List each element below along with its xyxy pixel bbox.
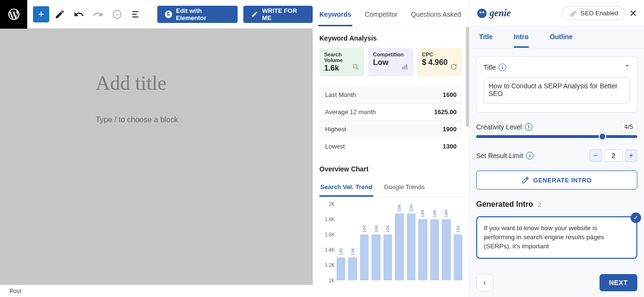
info-icon[interactable]: i (525, 123, 533, 131)
svg-rect-5 (132, 16, 139, 17)
metric-cpc: CPC $ 4.960 (417, 48, 462, 76)
tab-outline[interactable]: Outline (550, 27, 573, 48)
redo-icon (89, 6, 107, 23)
svg-rect-9 (404, 65, 405, 69)
stat-row: Last Month1600 (319, 86, 462, 103)
chart-bar: 18K (418, 204, 427, 280)
chart-bar: 13K (337, 204, 345, 280)
stats-table: Last Month1600 Average 12 month1625.00 H… (319, 86, 462, 155)
post-type-label: Post (10, 288, 21, 295)
info-icon (109, 6, 126, 23)
seo-status-pill[interactable]: 🪽 SEO Enabled (562, 6, 625, 20)
search-volume-chart: 2K 1.8K 1.6K 1.4K 1.2K 1K 13K13K16K16K16… (319, 204, 462, 280)
svg-rect-4 (132, 14, 137, 15)
tab-competitor[interactable]: Competitor (364, 4, 398, 26)
genie-logo: genie (476, 8, 511, 19)
close-icon[interactable]: ✕ (629, 8, 637, 19)
metric-label: CPC (422, 52, 458, 57)
bars-icon (401, 63, 409, 73)
block-placeholder[interactable]: Type / to choose a block (96, 116, 217, 124)
result-limit-input[interactable] (604, 149, 623, 162)
chart-bar: 16K (383, 204, 392, 280)
svg-line-7 (357, 68, 359, 70)
write-for-me-button[interactable]: WRITE FOR ME (243, 6, 313, 23)
refresh-icon (450, 63, 458, 73)
chart-bar: 16K (454, 204, 462, 280)
chevron-up-icon[interactable]: ⌃ (624, 64, 630, 71)
decrement-button[interactable]: − (589, 149, 602, 162)
next-button[interactable]: NEXT (600, 274, 637, 291)
pencil-icon (522, 176, 529, 184)
intro-result-card[interactable]: ✓ If you want to know how your website i… (476, 216, 637, 259)
tab-google-trends[interactable]: Google Trends (383, 179, 426, 197)
keyword-analysis-heading: Keyword Analysis (319, 34, 462, 42)
elementor-icon: E (165, 11, 172, 18)
genie-tabs: Title Intro Outline (469, 27, 644, 49)
check-icon: ✓ (631, 212, 641, 223)
title-card: Title i ⌃ (476, 56, 637, 113)
add-block-button[interactable]: + (33, 6, 49, 22)
svg-rect-10 (406, 64, 407, 70)
info-icon[interactable]: i (499, 64, 506, 71)
chart-bar: 18K (430, 204, 439, 280)
generated-count: 2 (538, 201, 541, 208)
chart-bar: 18K (442, 204, 450, 280)
metric-label: Search Volume (324, 52, 360, 63)
result-limit-label: Set Result Limit (476, 152, 523, 159)
brand-text: genie (490, 8, 511, 19)
editor-topbar: + E Edit with Elementor WRITE FOR ME (0, 0, 313, 29)
back-button[interactable]: ‹ (476, 274, 493, 291)
creativity-slider[interactable] (476, 135, 637, 138)
scrollbar[interactable] (466, 27, 469, 127)
wordpress-logo[interactable] (0, 0, 27, 29)
editor-canvas: Add title Type / to choose a block (0, 29, 313, 285)
genie-mascot-icon (476, 8, 488, 19)
chart-bar: 19K (395, 204, 404, 280)
genie-header: genie 🪽 SEO Enabled ✕ (469, 0, 644, 27)
slider-thumb[interactable] (599, 133, 606, 140)
edit-elementor-button[interactable]: E Edit with Elementor (157, 6, 238, 23)
chart-bar: 19K (407, 204, 415, 280)
tab-intro[interactable]: Intro (514, 27, 529, 48)
stat-row: Highest1900 (319, 120, 462, 138)
intro-text: If you want to know how your website is … (484, 224, 604, 250)
undo-icon[interactable] (70, 6, 87, 23)
metric-search-volume: Search Volume 1.6k (319, 48, 364, 76)
chart-bar: 16K (371, 204, 380, 280)
title-label: Title (483, 64, 496, 71)
tab-questions[interactable]: Questions Asked (410, 4, 462, 26)
svg-point-13 (482, 11, 484, 13)
overview-heading: Overview Chart (319, 165, 462, 173)
wing-icon: 🪽 (569, 10, 577, 17)
keyword-tabs: Keywords Competitor Questions Asked (313, 0, 469, 27)
title-textarea[interactable] (483, 77, 630, 104)
svg-point-6 (353, 64, 357, 68)
stat-row: Lowest1300 (319, 138, 462, 155)
edit-elementor-label: Edit with Elementor (176, 7, 230, 21)
svg-point-12 (480, 11, 481, 13)
chart-bar: 13K (348, 204, 357, 280)
metric-label: Competition (373, 52, 408, 57)
creativity-label: Creativity Level (476, 123, 522, 131)
svg-rect-3 (132, 11, 139, 12)
tab-keywords[interactable]: Keywords (318, 4, 352, 26)
edit-icon[interactable] (51, 6, 68, 23)
tab-search-vol-trend[interactable]: Search Vol. Trend (319, 179, 373, 197)
wizard-footer: ‹ NEXT (469, 270, 644, 297)
outline-icon[interactable] (128, 6, 145, 23)
pencil-icon (251, 11, 258, 18)
search-icon (352, 63, 360, 73)
generate-intro-button[interactable]: GENERATE INTRO (476, 170, 637, 190)
status-bar: Post (0, 285, 313, 297)
chart-bar: 16K (360, 204, 369, 280)
increment-button[interactable]: + (625, 149, 637, 162)
svg-point-11 (477, 9, 487, 18)
generated-intro-heading: Generated Intro (476, 200, 533, 209)
creativity-value: 4/5 (620, 121, 637, 132)
stat-row: Average 12 month1625.00 (319, 103, 462, 120)
info-icon[interactable]: i (526, 152, 534, 159)
write-for-me-label: WRITE FOR ME (262, 7, 305, 21)
svg-rect-8 (402, 67, 403, 69)
post-title-placeholder[interactable]: Add title (96, 72, 217, 95)
tab-title[interactable]: Title (479, 27, 493, 48)
